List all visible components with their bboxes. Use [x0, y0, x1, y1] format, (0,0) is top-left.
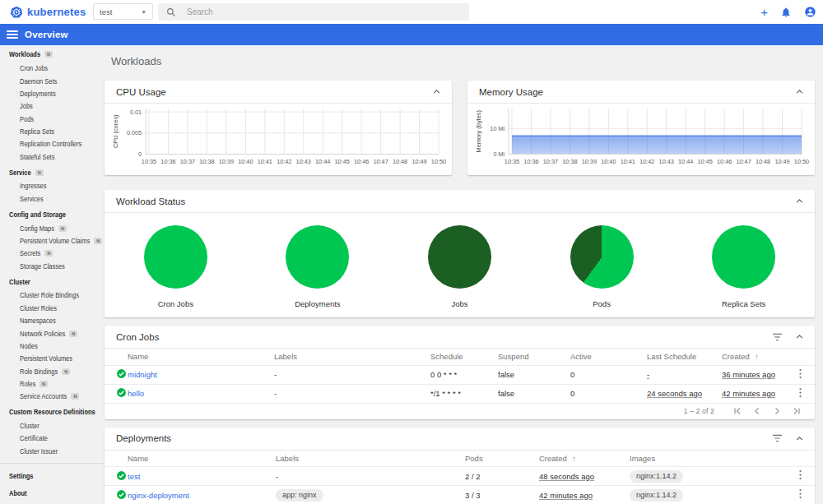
svg-text:10:43: 10:43 — [296, 158, 311, 165]
create-button[interactable]: + — [760, 6, 768, 18]
sidebar-item-persistent-volumes[interactable]: Persistent Volumes — [0, 353, 105, 365]
column-header-suspend[interactable]: Suspend — [498, 349, 570, 365]
new-badge: N — [35, 169, 44, 176]
sidebar-item-cluster-issuer[interactable]: Cluster Issuer — [0, 445, 105, 457]
kebab-menu-icon[interactable] — [799, 469, 802, 480]
kubernetes-logo[interactable]: kubernetes — [10, 0, 86, 24]
svg-text:10:41: 10:41 — [258, 158, 272, 165]
sidebar-item-cluster-roles[interactable]: Cluster Roles — [0, 302, 105, 314]
column-header-active[interactable]: Active — [570, 349, 647, 365]
filter-icon[interactable] — [772, 332, 783, 342]
sidebar-item-persistent-volume-claims[interactable]: Persistent Volume ClaimsN — [0, 234, 105, 247]
sidebar-item-label: Replication Controllers — [20, 140, 81, 148]
sidebar-item-certificate[interactable]: Certificate — [0, 432, 105, 445]
sidebar-item-settings[interactable]: Settings — [0, 467, 105, 484]
resource-link[interactable]: test — [128, 472, 140, 481]
collapse-icon[interactable] — [796, 335, 803, 339]
column-header-last-schedule[interactable]: Last Schedule — [647, 349, 722, 365]
sidebar-item-cluster[interactable]: Cluster — [0, 419, 105, 432]
sidebar-item-role-bindings[interactable]: Role BindingsN — [0, 365, 105, 377]
sidebar-item-pods[interactable]: Pods — [0, 113, 105, 125]
sidebar-section-cluster[interactable]: Cluster — [0, 274, 105, 289]
kubernetes-icon — [10, 6, 23, 19]
row-actions-button[interactable] — [786, 486, 815, 504]
cpu-usage-card: CPU Usage 00.0050.0110:3510:3610:3710:38… — [105, 81, 452, 175]
sidebar-item-cluster-role-bindings[interactable]: Cluster Role Bindings — [0, 289, 105, 302]
sidebar-section-workloads[interactable]: WorkloadsN — [0, 47, 105, 62]
column-header-images[interactable]: Images — [630, 451, 786, 467]
sidebar-item-replication-controllers[interactable]: Replication Controllers — [0, 138, 105, 150]
svg-text:10:40: 10:40 — [238, 158, 253, 165]
column-header-created[interactable]: Created ↑ — [722, 349, 786, 365]
sidebar-item-secrets[interactable]: SecretsN — [0, 247, 105, 260]
sidebar-item-about[interactable]: About — [0, 484, 105, 502]
sidebar-item-services[interactable]: Services — [0, 192, 105, 205]
account-icon[interactable] — [804, 6, 816, 18]
relative-time: 42 minutes ago — [722, 389, 775, 398]
cell-last_schedule: 24 seconds ago — [647, 384, 722, 403]
kebab-menu-icon[interactable] — [799, 368, 802, 379]
row-actions-button[interactable] — [786, 384, 815, 403]
notifications-icon[interactable] — [780, 7, 792, 18]
sidebar-section-custom-resource-definitions[interactable]: Custom Resource Definitions — [0, 405, 105, 420]
new-badge: N — [69, 331, 77, 337]
column-header-schedule[interactable]: Schedule — [430, 349, 498, 365]
sidebar-item-replica-sets[interactable]: Replica Sets — [0, 125, 105, 137]
kebab-menu-icon[interactable] — [799, 488, 802, 499]
sidebar-item-service-accounts[interactable]: Service AccountsN — [0, 391, 105, 403]
sidebar-item-nodes[interactable]: Nodes — [0, 340, 105, 352]
cell-name: hello — [128, 384, 274, 403]
row-actions-button[interactable] — [786, 365, 815, 384]
main-content: Workloads CPU Usage 00.0050.0110:3510:36… — [105, 45, 823, 504]
sidebar-item-label: Stateful Sets — [20, 153, 54, 161]
pie-label: Cron Jobs — [158, 299, 193, 308]
collapse-icon[interactable] — [796, 437, 803, 441]
search-input[interactable]: Search — [158, 3, 469, 21]
sidebar-item-storage-classes[interactable]: Storage Classes — [0, 260, 105, 272]
sidebar-section-config-and-storage[interactable]: Config and Storage — [0, 206, 105, 222]
cell-schedule: */1 * * * * — [430, 384, 498, 403]
prev-page-button[interactable] — [747, 407, 767, 415]
kebab-menu-icon[interactable] — [799, 387, 802, 398]
sidebar-item-namespaces[interactable]: Namespaces — [0, 315, 105, 327]
sidebar-item-network-policies[interactable]: Network PoliciesN — [0, 327, 105, 340]
sidebar-item-daemon-sets[interactable]: Daemon Sets — [0, 75, 105, 87]
sidebar-section-service[interactable]: ServiceN — [0, 164, 105, 180]
sidebar-item-ingresses[interactable]: Ingresses — [0, 180, 105, 192]
column-header-pods[interactable]: Pods — [465, 451, 539, 467]
sidebar-item-deployments[interactable]: Deployments — [0, 87, 105, 99]
row-actions-button[interactable] — [786, 467, 815, 486]
sidebar-item-config-maps[interactable]: Config MapsN — [0, 222, 105, 234]
next-page-button[interactable] — [767, 407, 787, 415]
svg-text:10:43: 10:43 — [659, 158, 674, 165]
menu-icon[interactable] — [7, 30, 18, 39]
sidebar-item-jobs[interactable]: Jobs — [0, 100, 105, 113]
sidebar-item-stateful-sets[interactable]: Stateful Sets — [0, 150, 105, 163]
svg-text:10:42: 10:42 — [639, 158, 654, 165]
first-page-button[interactable] — [728, 407, 747, 415]
cell-suspend: false — [498, 384, 570, 403]
sidebar-item-label: Role Bindings — [20, 368, 58, 376]
sidebar-section-label: Config and Storage — [9, 210, 66, 219]
sidebar-item-roles[interactable]: RolesN — [0, 377, 105, 390]
resource-link[interactable]: midnight — [128, 370, 157, 379]
filter-icon[interactable] — [772, 433, 783, 443]
cpu-usage-title: CPU Usage — [116, 87, 166, 97]
search-placeholder: Search — [187, 7, 213, 16]
column-header-labels[interactable]: Labels — [274, 349, 430, 365]
column-header-labels[interactable]: Labels — [276, 451, 465, 467]
collapse-icon[interactable] — [433, 90, 440, 94]
collapse-icon[interactable] — [796, 199, 803, 203]
resource-link[interactable]: hello — [128, 389, 144, 398]
last-page-button[interactable] — [787, 407, 807, 415]
toolbar: Overview — [0, 24, 823, 45]
resource-link[interactable]: nginx-deployment — [128, 491, 189, 500]
namespace-select[interactable]: test ▼ — [93, 3, 153, 20]
column-header-created[interactable]: Created ↑ — [539, 451, 630, 467]
cron-jobs-card: Cron Jobs NameLabelsScheduleSuspendActiv… — [105, 326, 815, 419]
column-header-name[interactable]: Name — [128, 451, 276, 467]
sidebar-item-cron-jobs[interactable]: Cron Jobs — [0, 62, 105, 75]
column-header-name[interactable]: Name — [128, 349, 274, 365]
cell-active: 0 — [570, 365, 647, 384]
collapse-icon[interactable] — [796, 90, 803, 94]
